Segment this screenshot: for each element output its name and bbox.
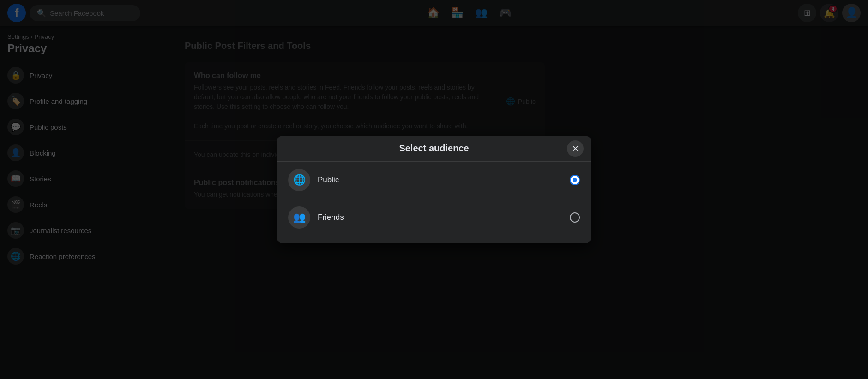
modal-overlay[interactable]: Select audience ✕ 🌐 Public 👥 Friends: [0, 0, 868, 379]
audience-option-public[interactable]: 🌐 Public: [277, 162, 591, 199]
public-radio-button[interactable]: [570, 175, 580, 185]
friends-radio-button[interactable]: [570, 212, 580, 223]
public-audience-label: Public: [318, 175, 339, 185]
audience-option-friends[interactable]: 👥 Friends: [277, 199, 591, 236]
select-audience-modal: Select audience ✕ 🌐 Public 👥 Friends: [277, 136, 591, 243]
friends-audience-icon: 👥: [288, 206, 310, 229]
public-audience-icon: 🌐: [288, 169, 310, 191]
modal-close-button[interactable]: ✕: [567, 140, 584, 157]
modal-header: Select audience ✕: [277, 136, 591, 162]
friends-audience-label: Friends: [318, 213, 344, 222]
close-icon: ✕: [572, 143, 579, 154]
modal-title: Select audience: [399, 143, 469, 154]
